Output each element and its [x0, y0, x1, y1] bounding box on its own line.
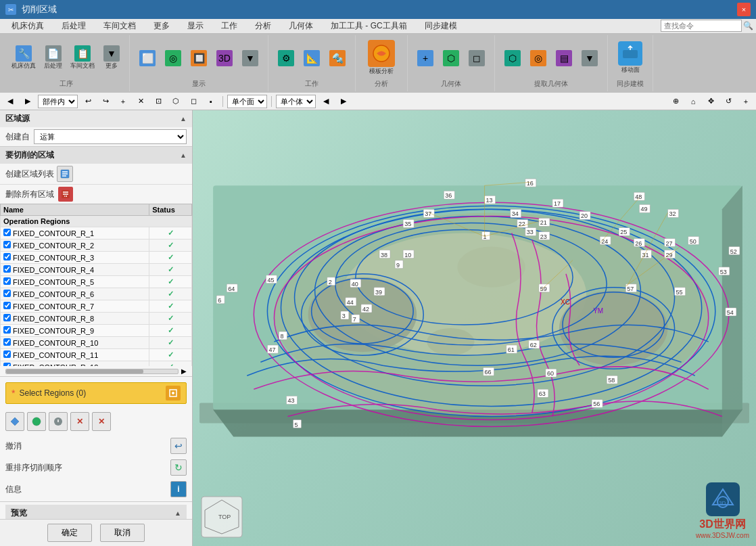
toolbar-btn-t6[interactable]: ⬡	[168, 94, 183, 109]
region-checkbox[interactable]	[3, 241, 11, 248]
action-icon-2[interactable]	[27, 412, 46, 431]
toolbar-btn-home[interactable]: ⌂	[686, 94, 701, 109]
ribbon-btn-ext1[interactable]: ⬡	[500, 48, 525, 68]
ribbon-btn-post[interactable]: 📄 后处理	[41, 43, 66, 72]
ribbon-btn-d1[interactable]: ⬜	[135, 48, 160, 68]
region-checkbox[interactable]	[3, 265, 11, 273]
tab-toolbox[interactable]: 加工工具 - GC工具箱	[322, 18, 416, 33]
action-icon-1[interactable]	[5, 412, 24, 431]
info-icon[interactable]: i	[170, 481, 187, 497]
scroll-right-btn[interactable]: ▶	[181, 367, 187, 375]
region-status-cell: ✓	[149, 264, 192, 276]
viewport[interactable]: 16 36 13 17 48 49 37 35 34 22 21 20 1 33	[193, 110, 756, 546]
toolbar-btn-nav1[interactable]: ◀	[318, 94, 333, 109]
sim-icon: 🔧	[16, 45, 32, 62]
label-50: 50	[688, 237, 699, 245]
tab-more[interactable]: 更多	[145, 18, 179, 33]
ribbon-btn-d4[interactable]: 3D	[212, 48, 237, 68]
col-status-header: Status	[149, 204, 192, 216]
toolbar-select-component[interactable]: 部件内	[38, 95, 78, 108]
search-input[interactable]	[661, 20, 742, 32]
region-checkbox[interactable]	[3, 290, 11, 297]
region-checkbox[interactable]	[3, 338, 11, 346]
nav-cube[interactable]: TOP	[198, 493, 245, 541]
create-list-btn[interactable]	[57, 166, 73, 182]
ribbon-btn-mold-analysis[interactable]: 模板分析	[361, 38, 402, 78]
ribbon-btn-doc[interactable]: 📋 车间文档	[67, 43, 98, 72]
reorder-icon[interactable]: ↻	[170, 459, 187, 476]
region-checkbox[interactable]	[3, 302, 11, 309]
label-33: 33	[525, 227, 536, 235]
region-checkbox[interactable]	[3, 363, 11, 366]
toolbar-btn-forward[interactable]: ▶	[20, 94, 35, 109]
ribbon-btn-sim[interactable]: 🔧 机床仿真	[8, 43, 39, 72]
tab-display[interactable]: 显示	[179, 18, 212, 33]
table-row: FIXED_CONTOUR_R_3✓	[1, 252, 192, 264]
geo1-icon: +	[417, 50, 433, 66]
ribbon-btn-d3[interactable]: 🔲	[187, 48, 211, 68]
ribbon-btn-d2[interactable]: ◎	[161, 48, 185, 68]
toolbar-select-body[interactable]: 单个体	[276, 95, 316, 108]
ribbon-btn-ext3[interactable]: ▤	[552, 48, 576, 68]
toolbar-btn-pan[interactable]: ✥	[703, 94, 718, 109]
close-button[interactable]: ×	[737, 3, 751, 16]
toolbar-btn-t2[interactable]: ↪	[98, 94, 113, 109]
tab-analysis[interactable]: 分析	[246, 18, 280, 33]
toolbar-btn-t4[interactable]: ✕	[133, 94, 148, 109]
toolbar-btn-t7[interactable]: ◻	[186, 94, 201, 109]
ribbon-btn-w3[interactable]: 🔩	[325, 48, 350, 68]
toolbar-btn-nav2[interactable]: ▶	[336, 94, 351, 109]
region-checkbox[interactable]	[3, 326, 11, 334]
ribbon-btn-geo2[interactable]: ⬡	[439, 48, 463, 68]
create-from-select[interactable]: 运算	[34, 129, 187, 144]
tab-sync[interactable]: 同步建模	[416, 18, 466, 33]
region-source-header[interactable]: 区域源 ▲	[0, 110, 192, 127]
region-table-scroll[interactable]: Name Status Operation Regions FIXED_CONT…	[0, 204, 192, 366]
ribbon-btn-more[interactable]: ▼ 更多	[99, 43, 124, 72]
region-checkbox[interactable]	[3, 229, 11, 236]
tab-jichuan[interactable]: 机床仿真	[3, 18, 53, 33]
region-checkbox[interactable]	[3, 350, 11, 358]
action-icon-3[interactable]	[49, 412, 68, 431]
ribbon-btn-d5[interactable]: ▼	[238, 48, 262, 68]
toolbar-btn-plus[interactable]: +	[738, 94, 753, 109]
toolbar-btn-zoom[interactable]: ⊕	[668, 94, 683, 109]
region-checkbox[interactable]	[3, 314, 11, 321]
label-24: 24	[600, 237, 611, 245]
ribbon-btn-w2[interactable]: 📐	[300, 48, 324, 68]
svg-text:23: 23	[540, 233, 547, 240]
ribbon-btn-geo3[interactable]: ◻	[465, 48, 489, 68]
region-status-cell: ✓	[149, 313, 192, 325]
tab-work[interactable]: 工作	[212, 18, 246, 33]
tab-chejian[interactable]: 车间文档	[95, 18, 145, 33]
ribbon-btn-geo1[interactable]: +	[413, 48, 438, 68]
action-icon-4[interactable]: ✕	[70, 412, 89, 431]
tab-houchuli[interactable]: 后处理	[53, 18, 95, 33]
label-8: 8	[279, 332, 287, 340]
toolbar-select-face[interactable]: 单个面	[227, 95, 267, 108]
delete-all-row[interactable]: 删除所有区域	[0, 185, 192, 204]
toolbar-btn-t5[interactable]: ⊡	[151, 94, 166, 109]
cancel-button[interactable]: 取消	[100, 524, 145, 542]
toolbar-btn-t3[interactable]: +	[116, 94, 131, 109]
watermark-logo: 3D	[706, 482, 740, 516]
h-scrollbar[interactable]	[5, 369, 179, 374]
action-icon-5[interactable]: ✕	[92, 412, 111, 431]
ribbon-btn-ext2[interactable]: ◎	[526, 48, 550, 68]
app-icon: ✂	[5, 4, 16, 15]
ribbon-btn-move1[interactable]: 移动面	[613, 39, 647, 76]
ribbon-btn-w1[interactable]: ⚙	[274, 48, 298, 68]
toolbar-btn-back[interactable]: ◀	[3, 94, 18, 109]
select-regions-bar[interactable]: * Select Regions (0)	[5, 382, 187, 404]
toolbar-btn-t8[interactable]: ▪	[204, 94, 218, 109]
undo-icon[interactable]: ↩	[170, 438, 187, 454]
toolbar-btn-t1[interactable]: ↩	[80, 94, 95, 109]
confirm-button[interactable]: 确定	[47, 524, 92, 542]
ribbon-btn-ext4[interactable]: ▼	[577, 48, 602, 68]
region-checkbox[interactable]	[3, 253, 11, 260]
search-icon[interactable]: 🔍	[743, 21, 753, 30]
svg-text:5: 5	[295, 422, 298, 428]
toolbar-btn-rotate[interactable]: ↺	[721, 94, 736, 109]
tab-geometry[interactable]: 几何体	[280, 18, 322, 33]
region-checkbox[interactable]	[3, 277, 11, 285]
